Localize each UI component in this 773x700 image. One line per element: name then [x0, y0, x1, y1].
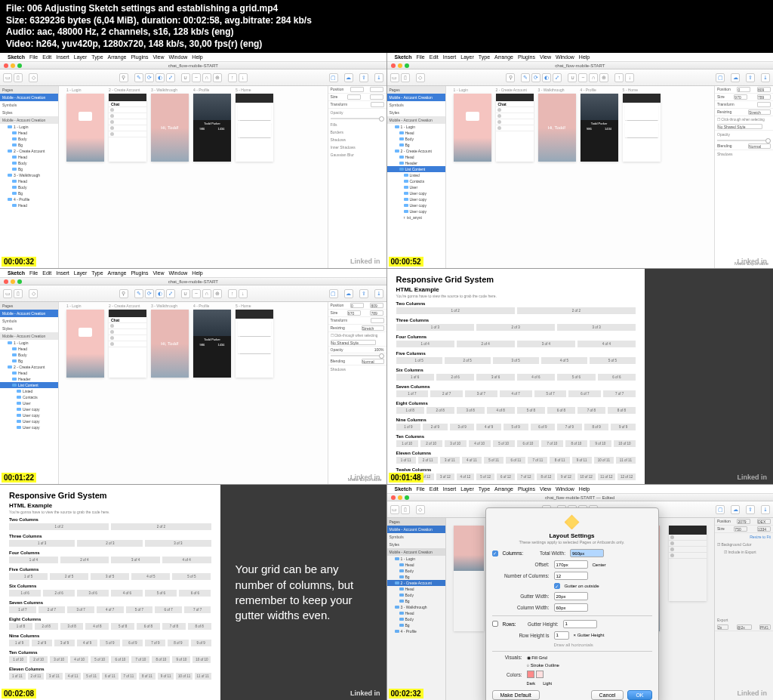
create-symbol-button[interactable]: ◇ — [29, 73, 38, 82]
timestamp: 00:00:32 — [2, 257, 36, 267]
layout-settings-dialog: Layout Settings These settings apply to … — [485, 507, 659, 700]
edit-button[interactable]: ✎ — [134, 73, 143, 82]
frame-6: SketchFileEditInsertLayerTypeArrangePlug… — [387, 485, 774, 700]
zoom-icon[interactable] — [17, 63, 22, 68]
dark-color-swatch[interactable] — [527, 671, 534, 678]
toolbar: ▭▯ ◇ ⚲ ✎⟳◐⤢ ∪−∩⊕ ↑↓ ▢ ☁ ⇪ ⤓ — [0, 69, 386, 86]
artboard-login[interactable]: 1 - Login — [66, 94, 104, 162]
window-title: chat_flow-mobile-START — [168, 63, 218, 68]
grid-title: Responsive Grid System — [396, 275, 636, 284]
linkedin-logo: Linked in — [350, 257, 380, 265]
dialog-title: Layout Settings — [492, 532, 652, 539]
mirror-button[interactable]: ▢ — [329, 73, 338, 82]
ungroup-button[interactable]: ▯ — [14, 73, 23, 82]
zoom-button[interactable]: ⚲ — [119, 73, 128, 82]
gutter-width-input[interactable]: 20px — [554, 592, 588, 600]
file-line: File: 006 Adjusting Sketch settings and … — [6, 3, 767, 15]
mask-button[interactable]: ◐ — [156, 73, 165, 82]
rows-checkbox[interactable] — [492, 621, 498, 627]
scale-button[interactable]: ⤢ — [166, 73, 175, 82]
inspector-panel: Position Size Transform Opacity Fills Bo… — [328, 86, 386, 268]
gutter-outside-checkbox[interactable]: ✓ — [554, 583, 560, 589]
frame-4: Responsive Grid System HTML Example You'… — [387, 269, 774, 484]
light-color-swatch[interactable] — [536, 671, 544, 678]
export-button[interactable]: ⤓ — [374, 73, 383, 82]
layers-panel: Pages Mobile - Account Creation Symbols … — [0, 86, 59, 268]
titlebar: chat_flow-mobile-START — [0, 62, 386, 69]
minimize-icon[interactable] — [11, 63, 15, 68]
frame-2: SketchFileEditInsertLayerTypeArrangePlug… — [387, 53, 774, 268]
total-width-input[interactable]: 960px — [570, 549, 604, 557]
num-columns-input[interactable]: 12 — [554, 572, 588, 580]
ok-button[interactable]: OK — [627, 690, 651, 700]
share-button[interactable]: ⇪ — [359, 73, 368, 82]
artboard-create[interactable]: 2 - Create AccountChat — [109, 94, 146, 162]
page-item[interactable]: Mobile - Account Creation — [0, 94, 58, 101]
thumbnail-grid: Sketch FileEditInsertLayerTypeArrangePlu… — [0, 53, 773, 700]
offset-input[interactable]: 170px — [554, 560, 588, 569]
column-width-input[interactable]: 60px — [554, 603, 588, 612]
artboard-home[interactable]: 5 - Home — [236, 94, 273, 162]
center-button[interactable]: Center — [593, 563, 606, 567]
frame-3: SketchFileEditInsertLayerTypeArrangePlug… — [0, 269, 386, 484]
grid-demo-page: Responsive Grid System HTML Example You'… — [387, 269, 645, 484]
gutter-height-input[interactable]: 1 — [563, 620, 597, 628]
cancel-button[interactable]: Cancel — [591, 690, 624, 700]
artboard-profile[interactable]: 4 - ProfileTodd Parker9861434 — [193, 94, 231, 162]
file-info-header: File: 006 Adjusting Sketch settings and … — [0, 0, 773, 53]
make-default-button[interactable]: Make Default — [492, 690, 540, 700]
frame-1: Sketch FileEditInsertLayerTypeArrangePlu… — [0, 53, 386, 268]
video-line: Video: h264, yuv420p, 1280x720, 148 kb/s… — [6, 39, 767, 51]
backward-button[interactable]: ↓ — [239, 73, 248, 82]
group-button[interactable]: ▭ — [3, 73, 12, 82]
canvas[interactable]: 1 - Login 2 - Create AccountChat 3 - Wal… — [59, 86, 328, 268]
caption-panel: Your grid can be any number of columns, … — [220, 485, 386, 700]
forward-button[interactable]: ↑ — [228, 73, 237, 82]
artboard-walk[interactable]: 3 - WalkthroughHi, Todd! — [151, 94, 189, 162]
columns-checkbox[interactable]: ✓ — [492, 550, 498, 557]
pages-header: Pages — [0, 86, 58, 94]
sketch-logo-icon — [565, 514, 580, 529]
app-name[interactable]: Sketch — [8, 54, 25, 60]
rotate-button[interactable]: ⟳ — [145, 73, 154, 82]
mac-menubar: Sketch FileEditInsertLayerTypeArrangePlu… — [0, 53, 386, 62]
cloud-button[interactable]: ☁ — [344, 73, 353, 82]
audio-line: Audio: aac, 48000 Hz, 2 channels, s16, 1… — [6, 26, 767, 39]
selected-layer[interactable]: List Content — [387, 166, 445, 172]
close-icon[interactable] — [4, 63, 8, 68]
caption-text: Your grid can be any number of columns, … — [236, 562, 371, 623]
blank-panel — [645, 269, 773, 484]
size-line: Size: 6329236 bytes (6,04 MiB), duration… — [6, 15, 767, 27]
frame-5: Responsive Grid System HTML Example You'… — [0, 485, 386, 700]
